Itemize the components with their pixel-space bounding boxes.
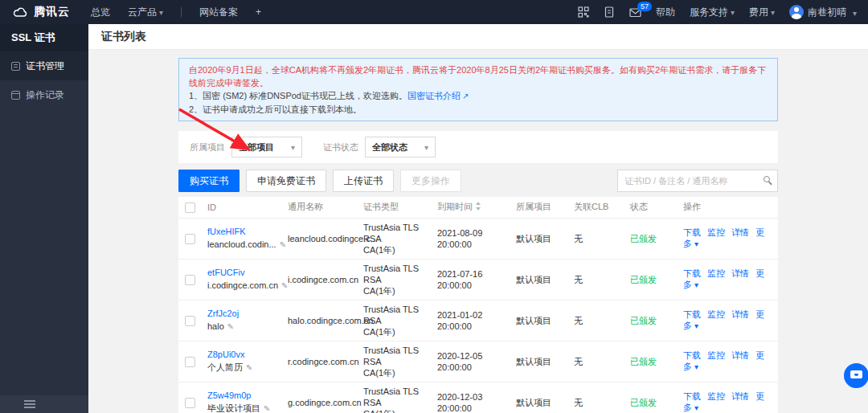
row-actions: 下载监控详情更多 [677,341,778,382]
row-checkbox[interactable] [185,234,195,244]
filter-label: 所属项目 [190,141,225,153]
cert-remark: halo [207,321,275,333]
detail-link[interactable]: 详情 [731,268,749,278]
detail-link[interactable]: 详情 [731,391,749,401]
logo-text: 腾讯云 [34,5,70,19]
row-checkbox[interactable] [185,398,195,408]
sort-icon[interactable] [476,202,481,211]
select-all-checkbox[interactable] [185,202,195,213]
sidebar-item[interactable]: 操作记录 [0,80,88,109]
notice-line-2-text: 1、国密 (SM2) 标准DNSPod证书现已上线，欢迎选购。 [189,91,407,100]
detail-link[interactable]: 详情 [731,350,749,360]
search-icon[interactable] [764,176,770,182]
notice-line-2: 1、国密 (SM2) 标准DNSPod证书现已上线，欢迎选购。国密证书介绍↗ [189,89,768,103]
download-link[interactable]: 下载 [683,391,701,401]
monitor-link[interactable]: 监控 [707,227,725,237]
cert-remark-text: 个人简历 [207,362,243,372]
clb-association: 无 [567,382,624,413]
page-header: 证书列表 [88,24,868,50]
toolbar-button[interactable]: 更多操作 [400,170,461,192]
cert-id-link[interactable]: fUxeHIFK [207,227,246,236]
row-actions: 下载监控详情更多 [677,382,778,413]
certificate-table: ID 通用名称 证书类型 到期时间 所属项目 关联CLB 状态 [178,197,778,413]
user-menu[interactable]: 南巷初晴 [789,5,857,19]
support-menu[interactable]: 服务支持 [690,6,735,19]
edit-remark-icon[interactable] [280,240,286,249]
top-nav-item[interactable]: 网站备案 [199,6,238,19]
edit-remark-icon[interactable] [246,363,252,372]
detail-link[interactable]: 详情 [731,227,749,237]
chevron-down-icon [692,321,698,330]
filter-select[interactable]: 全部项目 [231,137,302,157]
detail-link[interactable]: 详情 [731,309,749,319]
cert-id-link[interactable]: etFUCFiv [207,268,244,277]
cert-type-line2: CA(1年) [363,367,424,378]
cert-remark-text: leancloud.codin... [207,239,276,249]
filter-select[interactable]: 全部状态 [365,137,436,157]
project-name: 默认项目 [510,341,567,382]
billing-menu[interactable]: 费用 [749,6,775,19]
sidebar-menu: 证书管理 操作记录 [0,51,88,109]
chevron-down-icon [692,362,698,371]
common-name: halo.codingce.com.cn [281,300,357,341]
notice-line-3: 2、证书申请成功之后可以直接下载到本地。 [189,103,768,116]
support-menu-label: 服务支持 [690,6,728,18]
search-input[interactable] [617,170,778,192]
tencent-cloud-ssl-console: 腾讯云 总览 云产品 网站备案 + [0,0,868,413]
cert-type: TrustAsia TLS RSA CA(1年) [357,259,431,300]
chevron-down-icon [850,5,857,19]
sm2-intro-link[interactable]: 国密证书介绍 [407,91,461,100]
column-header-label: ID [207,202,216,212]
column-header-label: 状态 [630,202,648,211]
nav-divider [181,7,182,17]
ticket-icon[interactable] [604,6,615,18]
toolbar-button[interactable]: 购买证书 [178,170,240,192]
download-link[interactable]: 下载 [683,227,701,237]
cert-id-link[interactable]: ZrfJc2oj [207,309,239,318]
monitor-link[interactable]: 监控 [707,309,725,319]
monitor-link[interactable]: 监控 [707,391,725,401]
page-title: 证书列表 [101,30,146,44]
download-link[interactable]: 下载 [683,268,701,278]
top-nav-item[interactable]: + [256,6,261,18]
edit-remark-icon[interactable] [227,322,234,331]
column-header: 操作 [677,197,778,218]
monitor-link[interactable]: 监控 [707,350,725,360]
expire-time: 2021-07-16 20:00:00 [431,259,510,300]
column-header: 关联CLB [567,197,624,218]
feedback-chat-button[interactable] [844,363,868,388]
clb-association: 无 [567,218,624,259]
notice-line-1: 自2020年9月1日起，全球CA机构将不再颁发2年期证书，腾讯云将于2020年8… [189,63,768,89]
message-count-badge: 57 [637,2,652,11]
row-checkbox[interactable] [185,316,195,326]
row-checkbox[interactable] [185,357,195,367]
cert-id-link[interactable]: Z8pUi0vx [207,350,244,359]
sidebar-item[interactable]: 证书管理 [0,51,88,80]
download-link[interactable]: 下载 [683,309,701,319]
filter-select-value: 全部状态 [372,141,407,153]
cert-remark-text: 毕业设计项目 [207,403,260,413]
row-checkbox[interactable] [185,275,195,285]
filter-select-value: 全部项目 [239,141,274,153]
top-nav-item[interactable]: 总览 [91,6,110,19]
edit-remark-icon[interactable] [264,404,270,413]
sidebar-collapse-icon[interactable] [24,400,35,408]
help-link[interactable]: 帮助 [656,6,675,19]
chevron-down-icon [692,280,698,289]
messages-icon[interactable]: 57 [629,7,641,18]
row-actions: 下载监控详情更多 [677,218,778,259]
cert-type-line2: CA(1年) [363,408,424,413]
cert-id-link[interactable]: Z5w49m0p [207,391,251,400]
expire-time: 2021-01-02 20:00:00 [431,300,510,341]
toolbar-button[interactable]: 上传证书 [333,170,394,192]
tencent-cloud-logo[interactable]: 腾讯云 [11,5,70,19]
monitor-link[interactable]: 监控 [707,268,725,278]
column-header-label: 证书类型 [363,202,399,211]
toolbar-button[interactable]: 申请免费证书 [246,170,326,192]
cert-remark: i.codingce.com.cn [207,280,275,292]
sidebar-item-label: 证书管理 [26,59,64,73]
top-nav-item[interactable]: 云产品 [128,6,163,19]
scan-icon[interactable] [578,6,589,18]
download-link[interactable]: 下载 [683,350,701,360]
column-header: 状态 [624,197,677,218]
